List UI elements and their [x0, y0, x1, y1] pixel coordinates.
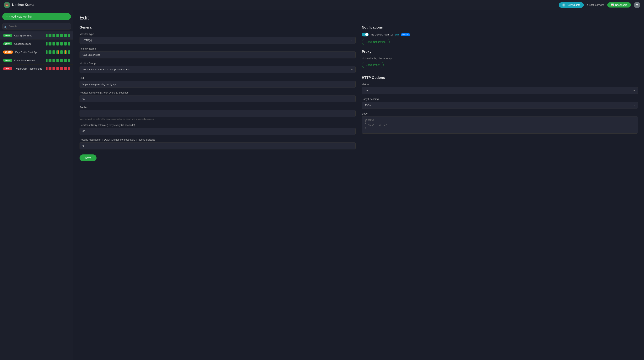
- heartbeat-bar: [68, 67, 69, 70]
- heartbeat-bar: [57, 34, 58, 37]
- heartbeat-bar: [62, 50, 63, 54]
- heartbeat-input[interactable]: [80, 95, 356, 102]
- page-title: Edit: [80, 15, 638, 21]
- heartbeat-bar: [54, 59, 55, 62]
- heartbeat-bar: [50, 59, 51, 62]
- retry-interval-group: Heartbeat Retry Interval (Retry every 60…: [80, 124, 356, 135]
- heartbeat-bar: [53, 50, 54, 54]
- retry-interval-input[interactable]: [80, 128, 356, 135]
- search-area: 🔍: [0, 23, 73, 31]
- setup-notification-button[interactable]: Setup Notification: [362, 39, 390, 45]
- heartbeat-bar: [48, 67, 48, 70]
- retries-label: Retries: [80, 106, 356, 109]
- notifications-title: Notifications: [362, 25, 638, 29]
- resend-label: Resend Notification if Down X times cons…: [80, 138, 356, 141]
- heartbeat-bar: [52, 34, 52, 37]
- monitor-item[interactable]: 53.44% Day 2 Nite Chat App: [0, 48, 73, 56]
- body-label: Body: [362, 112, 638, 115]
- content-area: Edit General Monitor Type HTTP(s) TCP Po…: [73, 10, 644, 360]
- method-select[interactable]: GET POST PUT DELETE: [362, 87, 638, 94]
- setup-proxy-button[interactable]: Setup Proxy: [362, 62, 384, 68]
- heartbeat-bar: [50, 34, 51, 37]
- notification-item: My Discord Alert (1) Edit Default: [362, 33, 638, 36]
- heartbeat-bar: [58, 42, 59, 45]
- heartbeat-bar: [62, 59, 63, 62]
- method-group: Method GET POST PUT DELETE: [362, 83, 638, 94]
- url-group: URL: [80, 77, 356, 88]
- heartbeat-bar: [64, 34, 65, 37]
- monitor-item[interactable]: 0% Twitter App - Home Page: [0, 65, 73, 73]
- dashboard-button[interactable]: 📊 Dashboard: [607, 2, 631, 7]
- heartbeat-bar: [50, 67, 51, 70]
- monitor-item[interactable]: 100% Casspicer.com: [0, 40, 73, 48]
- search-input[interactable]: [2, 23, 71, 29]
- general-title: General: [80, 25, 356, 29]
- body-textarea[interactable]: [362, 116, 638, 134]
- dashboard-icon: 📊: [611, 3, 614, 6]
- avatar[interactable]: V: [634, 2, 640, 8]
- monitor-name: Cas Spicer Blog: [14, 34, 44, 37]
- monitor-type-label: Monitor Type: [80, 33, 356, 35]
- heartbeat-bar: [60, 50, 60, 54]
- heartbeat-bar: [58, 67, 59, 70]
- new-update-button[interactable]: ⊕ New Update: [559, 2, 584, 8]
- heartbeat-bar: [58, 59, 59, 62]
- status-pages-link[interactable]: ≡ Status Pages: [587, 3, 604, 6]
- monitor-item[interactable]: 100% Kiley Jeanne Music: [0, 56, 73, 65]
- heartbeat-bar: [50, 42, 51, 45]
- heartbeat-bar: [46, 67, 47, 70]
- monitor-name: Kiley Jeanne Music: [14, 59, 44, 62]
- heartbeat-bar: [61, 67, 62, 70]
- heartbeat-bar: [65, 50, 66, 54]
- monitor-group-select[interactable]: Not Available. Create a Group Monitor Fi…: [80, 66, 356, 73]
- heartbeat-bar: [46, 34, 47, 37]
- heartbeat-bar: [66, 34, 67, 37]
- heartbeat-bar: [52, 42, 52, 45]
- body-encoding-select[interactable]: JSON XML Form Data: [362, 102, 638, 109]
- status-badge: 100%: [3, 34, 12, 37]
- status-badge: 100%: [3, 42, 12, 45]
- heartbeat-bar: [65, 59, 66, 62]
- notification-toggle[interactable]: [362, 33, 369, 36]
- heartbeat-bar: [69, 34, 70, 37]
- heartbeat-bar: [49, 42, 50, 45]
- notification-edit-link[interactable]: Edit: [394, 33, 399, 36]
- proxy-title: Proxy: [362, 50, 638, 54]
- right-panel: Notifications My Discord Alert (1) Edit …: [362, 25, 638, 161]
- heartbeat-bar: [69, 50, 70, 54]
- save-button[interactable]: Save: [80, 155, 96, 161]
- heartbeat-bar: [62, 67, 63, 70]
- retries-input[interactable]: [80, 110, 356, 117]
- heartbeat-bar: [49, 67, 50, 70]
- monitor-type-group: Monitor Type HTTP(s) TCP Port Ping DNS P…: [80, 33, 356, 44]
- method-label: Method: [362, 83, 638, 86]
- heartbeat-bar: [62, 34, 63, 37]
- friendly-name-input[interactable]: [80, 51, 356, 58]
- heartbeat-bar: [69, 59, 70, 62]
- heartbeat-bar: [52, 59, 52, 62]
- body-group: Body: [362, 112, 638, 134]
- heartbeat-bar: [48, 42, 48, 45]
- friendly-name-group: Friendly Name: [80, 47, 356, 58]
- heartbeat-bar: [60, 67, 60, 70]
- edit-columns: General Monitor Type HTTP(s) TCP Port Pi…: [80, 25, 638, 161]
- resend-group: Resend Notification if Down X times cons…: [80, 138, 356, 150]
- heartbeat-bars: [46, 67, 70, 70]
- heartbeat-bar: [64, 42, 65, 45]
- heartbeat-group: Heartbeat Interval (Check every 60 secon…: [80, 91, 356, 102]
- heartbeat-bar: [69, 42, 70, 45]
- resend-input[interactable]: [80, 142, 356, 150]
- monitor-name: Twitter App - Home Page: [14, 67, 44, 70]
- heartbeat-bar: [57, 50, 58, 54]
- menu-icon: ≡: [587, 3, 588, 6]
- monitor-item[interactable]: 100% Cas Spicer Blog: [0, 31, 73, 40]
- heartbeat-bar: [54, 42, 55, 45]
- heartbeat-bar: [46, 42, 47, 45]
- add-monitor-button[interactable]: + + Add New Monitor: [2, 13, 71, 20]
- heartbeat-bar: [53, 42, 54, 45]
- monitor-name: Casspicer.com: [14, 42, 44, 45]
- proxy-status-text: Not available, please setup.: [362, 57, 638, 60]
- status-badge: 0%: [3, 67, 12, 70]
- monitor-type-select[interactable]: HTTP(s) TCP Port Ping DNS Push: [80, 37, 356, 44]
- url-input[interactable]: [80, 81, 356, 88]
